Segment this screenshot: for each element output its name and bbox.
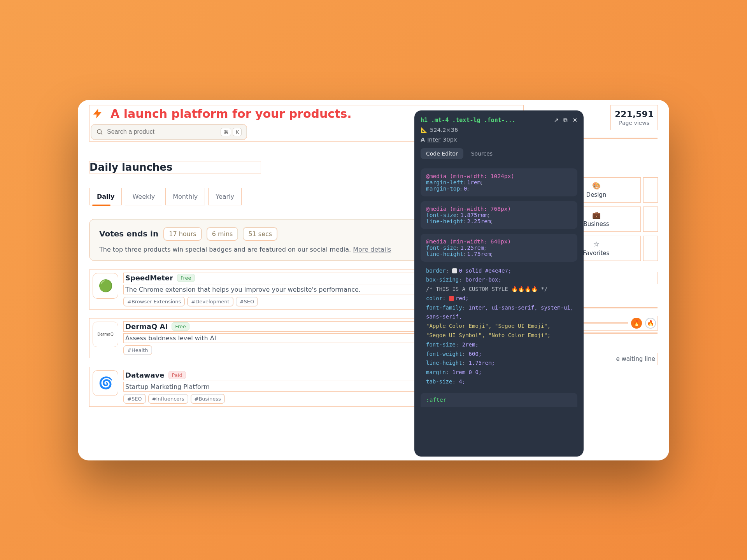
- product-logo: DermaQ: [93, 322, 118, 347]
- product-name: Datawave: [125, 371, 165, 379]
- tab-monthly[interactable]: Monthly: [165, 188, 205, 205]
- media-rule-640: @media (min-width: 640px) font-size: 1.2…: [421, 234, 577, 262]
- stat-pageviews: 221,591 Page views: [611, 105, 658, 130]
- flame-icon-off: 🔥: [645, 318, 656, 329]
- search-input-wrap[interactable]: ⌘ K: [91, 124, 247, 140]
- price-badge: Free: [172, 322, 189, 331]
- open-external-icon[interactable]: ↗: [554, 117, 559, 124]
- after-selector: :after: [421, 393, 577, 407]
- search-icon: [96, 128, 103, 135]
- app-window: A launch platform for your products. ⌘ K…: [78, 100, 669, 460]
- tab-daily[interactable]: Daily: [89, 188, 122, 205]
- element-styles: border: 0 solid #e4e4e7;box-sizing: bord…: [414, 262, 584, 387]
- product-logo: 🌀: [93, 370, 118, 396]
- copy-icon[interactable]: ⧉: [563, 117, 568, 124]
- svg-point-0: [97, 130, 102, 134]
- ruler-icon: 📐: [421, 127, 428, 133]
- flame-icon: 🔥: [631, 318, 642, 329]
- tab-weekly[interactable]: Weekly: [125, 188, 162, 205]
- vote-secs: 51 secs: [243, 228, 277, 240]
- product-tag[interactable]: #Health: [124, 346, 152, 355]
- vote-intro: Votes ends in: [99, 229, 158, 238]
- font-icon: A: [421, 136, 425, 143]
- tab-yearly[interactable]: Yearly: [208, 188, 242, 205]
- inspector-tab-sources[interactable]: Sources: [466, 148, 498, 159]
- product-tag[interactable]: #Development: [188, 297, 233, 306]
- inspector-dimensions: 📐 524.2×36: [421, 127, 577, 133]
- product-tag[interactable]: #Business: [191, 394, 224, 403]
- inspector-selector: h1 .mt-4 .text-lg .font-...: [421, 117, 516, 124]
- product-tag[interactable]: #SEO: [124, 394, 146, 403]
- media-rule-1024: @media (min-width: 1024px) margin-left: …: [421, 168, 577, 196]
- search-input[interactable]: [107, 128, 217, 135]
- inspector-panel[interactable]: h1 .mt-4 .text-lg .font-... ↗ ⧉ ✕ 📐 524.…: [414, 110, 584, 457]
- inspector-font: A Inter 30px: [421, 136, 577, 143]
- price-badge: Paid: [168, 371, 186, 379]
- close-icon[interactable]: ✕: [572, 117, 577, 124]
- product-tag[interactable]: #Browser Extensions: [124, 297, 184, 306]
- media-rule-768: @media (min-width: 768px) font-size: 1.8…: [421, 201, 577, 229]
- section-heading: Daily launches: [89, 161, 261, 173]
- product-tag[interactable]: #SEO: [236, 297, 258, 306]
- product-tag[interactable]: #Influencers: [149, 394, 188, 403]
- page-title: A launch platform for your products.: [110, 107, 352, 121]
- inspector-tab-code[interactable]: Code Editor: [421, 148, 463, 159]
- price-badge: Free: [177, 274, 195, 282]
- vote-more-link[interactable]: More details: [353, 246, 391, 253]
- bolt-icon: [91, 107, 104, 120]
- product-name: DermaQ AI: [125, 322, 168, 331]
- product-name: SpeedMeter: [125, 274, 173, 282]
- vote-mins: 6 mins: [207, 228, 238, 240]
- vote-hours: 17 hours: [164, 228, 201, 240]
- search-shortcut: ⌘ K: [221, 128, 242, 136]
- product-logo: 🟢: [93, 273, 118, 299]
